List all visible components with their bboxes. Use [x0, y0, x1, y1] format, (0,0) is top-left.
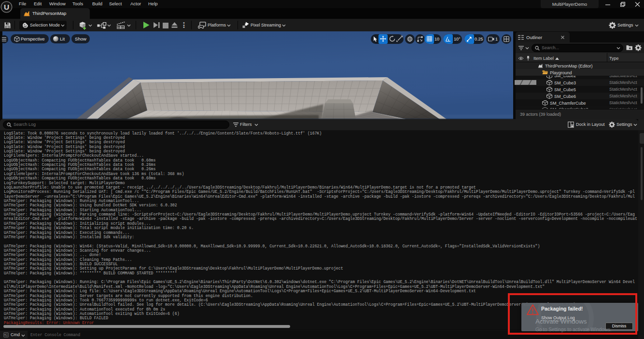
svg-text:U: U: [4, 3, 9, 11]
